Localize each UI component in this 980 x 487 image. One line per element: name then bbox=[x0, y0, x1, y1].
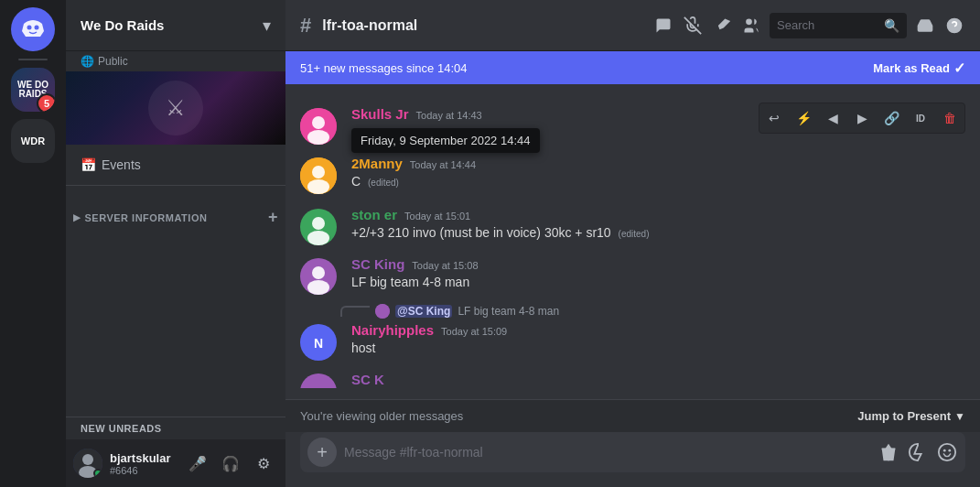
message-input-area: + Message #lfr-toa-normal bbox=[285, 432, 980, 487]
server-icon-we-do-raids[interactable]: WE DORAIDS 5 bbox=[11, 68, 55, 112]
messages-area[interactable]: Skulls Jr Today at 14:43 Friday, 9 Septe… bbox=[285, 84, 980, 399]
svg-point-24 bbox=[300, 373, 337, 388]
prev-message-button[interactable]: ◀ bbox=[820, 105, 845, 131]
deafen-button[interactable]: 🎧 bbox=[216, 449, 245, 478]
channel-sidebar: We Do Raids ▾ 🌐 Public ⚔ 📅 Events ▶ SERV… bbox=[66, 0, 285, 487]
check-icon: ✓ bbox=[953, 60, 965, 77]
username: bjartskular bbox=[110, 451, 176, 465]
category-server-information[interactable]: ▶ SERVER INFORMATION + bbox=[66, 193, 285, 231]
message-input[interactable]: Message #lfr-toa-normal bbox=[344, 445, 870, 460]
user-2manny-avatar bbox=[300, 157, 337, 194]
message-author[interactable]: Nairyhipples bbox=[351, 322, 434, 338]
message-author[interactable]: Skulls Jr bbox=[351, 106, 409, 122]
table-row: 2Manny Today at 14:44 C (edited) bbox=[285, 148, 980, 198]
message-content: Nairyhipples Today at 15:09 host bbox=[351, 322, 965, 361]
message-content: 2Manny Today at 14:44 C (edited) bbox=[351, 156, 965, 194]
events-button[interactable]: 📅 Events bbox=[73, 152, 278, 178]
new-unreads-bar: NEW UNREADS bbox=[66, 417, 285, 439]
channel-hash-icon: # bbox=[300, 14, 311, 38]
server-header[interactable]: We Do Raids ▾ bbox=[66, 0, 285, 51]
copy-id-button[interactable]: ID bbox=[908, 105, 933, 131]
avatar bbox=[300, 157, 337, 194]
jump-to-present-button[interactable]: Jump to Present ▼ bbox=[857, 409, 965, 423]
svg-point-0 bbox=[27, 26, 32, 30]
avatar bbox=[300, 373, 337, 388]
user-tag: #6646 bbox=[110, 465, 176, 476]
help-icon[interactable] bbox=[943, 15, 965, 37]
new-messages-banner: 51+ new messages since 14:04 Mark as Rea… bbox=[285, 51, 980, 84]
svg-point-28 bbox=[943, 449, 946, 452]
message-text: +2/+3 210 invo (must be in voice) 30kc +… bbox=[351, 224, 965, 242]
reaction-button[interactable]: ⚡ bbox=[791, 105, 816, 131]
table-row: SC King Today at 15:08 LF big team 4-8 m… bbox=[285, 254, 980, 297]
table-row: SC K bbox=[285, 370, 980, 388]
inbox-icon[interactable] bbox=[914, 15, 936, 37]
add-channel-button[interactable]: + bbox=[268, 208, 278, 227]
reply-button[interactable]: ↩ bbox=[761, 105, 787, 131]
nitro-button[interactable] bbox=[907, 441, 929, 463]
add-attachment-button[interactable]: + bbox=[307, 438, 337, 467]
delete-button[interactable]: 🗑 bbox=[937, 105, 963, 131]
events-section: 📅 Events bbox=[66, 145, 285, 186]
message-content: SC King Today at 15:08 LF big team 4-8 m… bbox=[351, 256, 965, 295]
reply-avatar bbox=[375, 304, 390, 319]
svg-point-6 bbox=[746, 18, 752, 25]
message-text: LF big team 4-8 man bbox=[351, 274, 965, 291]
message-content: SC K bbox=[351, 372, 965, 386]
message-timestamp: Today at 14:43 bbox=[416, 110, 482, 121]
threads-icon[interactable] bbox=[652, 15, 674, 37]
reply-author: @SC King bbox=[395, 305, 452, 318]
edited-label: (edited) bbox=[619, 229, 650, 239]
mute-channel-icon[interactable] bbox=[682, 15, 704, 37]
older-messages-text: You're viewing older messages bbox=[300, 409, 857, 423]
gift-button[interactable] bbox=[878, 441, 899, 463]
mark-as-read-button[interactable]: Mark as Read ✓ bbox=[873, 60, 965, 77]
globe-icon: 🌐 bbox=[81, 55, 94, 68]
table-row: ston er Today at 15:01 +2/+3 210 invo (m… bbox=[285, 205, 980, 247]
older-messages-bar: You're viewing older messages Jump to Pr… bbox=[285, 399, 980, 432]
message-header: SC King Today at 15:08 bbox=[351, 256, 965, 272]
svg-point-16 bbox=[312, 217, 325, 230]
svg-point-29 bbox=[948, 449, 951, 452]
member-list-icon[interactable] bbox=[740, 15, 762, 37]
avatar bbox=[300, 108, 337, 145]
server-icon-wdr[interactable]: WDR bbox=[11, 119, 55, 163]
message-author[interactable]: ston er bbox=[351, 207, 397, 222]
message-author[interactable]: SC King bbox=[351, 256, 404, 272]
user-stoner-avatar bbox=[300, 209, 337, 245]
message-header: Nairyhipples Today at 15:09 bbox=[351, 322, 965, 338]
search-bar[interactable]: Search 🔍 bbox=[770, 13, 907, 38]
channel-name: lfr-toa-normal bbox=[322, 17, 417, 34]
reply-line bbox=[340, 306, 370, 317]
message-header: ston er Today at 15:01 bbox=[351, 207, 965, 222]
emoji-picker-button[interactable] bbox=[936, 441, 958, 463]
user-nairyhipples-avatar: N bbox=[300, 324, 337, 361]
svg-point-14 bbox=[307, 179, 329, 194]
pinned-messages-icon[interactable] bbox=[711, 15, 733, 37]
user-info: bjartskular #6646 bbox=[110, 451, 176, 476]
message-timestamp: Today at 15:01 bbox=[404, 211, 470, 222]
date-tooltip: Friday, 9 September 2022 14:44 bbox=[351, 128, 540, 153]
search-placeholder: Search bbox=[777, 18, 878, 32]
next-message-button[interactable]: ▶ bbox=[849, 105, 875, 131]
mute-microphone-button[interactable]: 🎤 bbox=[183, 449, 212, 478]
svg-text:N: N bbox=[314, 336, 323, 351]
message-author[interactable]: 2Manny bbox=[351, 156, 403, 171]
reply-text: LF big team 4-8 man bbox=[458, 305, 559, 318]
user-scking2-avatar bbox=[300, 373, 337, 388]
svg-point-20 bbox=[307, 280, 329, 295]
user-settings-button[interactable]: ⚙ bbox=[249, 449, 278, 478]
svg-point-27 bbox=[939, 444, 955, 460]
svg-point-13 bbox=[312, 166, 325, 179]
avatar bbox=[300, 209, 337, 245]
server-banner: ⚔ bbox=[66, 71, 285, 145]
message-header: 2Manny Today at 14:44 bbox=[351, 156, 965, 171]
channels-area: ▶ SERVER INFORMATION + bbox=[66, 186, 285, 417]
message-content: ston er Today at 15:01 +2/+3 210 invo (m… bbox=[351, 207, 965, 245]
svg-point-19 bbox=[312, 266, 325, 279]
svg-point-11 bbox=[307, 130, 329, 145]
copy-link-button[interactable]: 🔗 bbox=[878, 105, 904, 131]
user-area: bjartskular #6646 🎤 🎧 ⚙ bbox=[66, 439, 285, 487]
discord-home-icon[interactable] bbox=[11, 7, 55, 51]
message-timestamp: Today at 15:08 bbox=[412, 260, 478, 271]
